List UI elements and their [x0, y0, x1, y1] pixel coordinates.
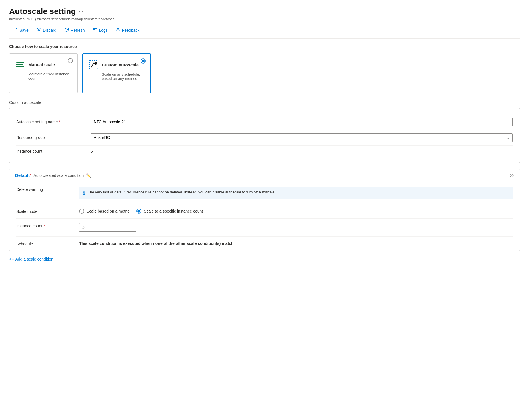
scale-metric-label: Scale based on a metric: [87, 209, 129, 213]
scale-options: Manual scale Maintain a fixed instance c…: [9, 53, 520, 93]
resource-group-label: Resource group: [16, 135, 91, 140]
delete-condition-icon[interactable]: ⊘: [510, 172, 514, 179]
condition-default-tag: Default: [15, 173, 30, 178]
scale-metric-radio[interactable]: [79, 209, 84, 214]
condition-body: Delete warning ℹ The very last or defaul…: [9, 182, 520, 251]
svg-rect-8: [16, 66, 24, 67]
scale-specific-radio[interactable]: [136, 209, 141, 214]
custom-autoscale-title: Custom autoscale: [102, 62, 139, 67]
autoscale-name-input[interactable]: [91, 118, 513, 126]
resource-group-select[interactable]: AnkurRG: [91, 133, 513, 142]
delete-warning-label: Delete warning: [16, 187, 79, 192]
schedule-label: Schedule: [16, 241, 79, 246]
feedback-button[interactable]: Feedback: [112, 26, 143, 35]
add-condition-label: + Add a scale condition: [12, 257, 53, 261]
add-condition-plus-icon: +: [9, 257, 11, 261]
schedule-row: Schedule This scale condition is execute…: [16, 237, 513, 251]
scale-mode-row: Scale mode Scale based on a metric Scale…: [16, 204, 513, 219]
logs-button[interactable]: Logs: [89, 26, 111, 35]
delete-warning-text: The very last or default recurrence rule…: [88, 190, 276, 194]
scale-specific-radio-option[interactable]: Scale to a specific instance count: [136, 209, 203, 214]
custom-autoscale-section-label: Custom autoscale: [9, 100, 520, 105]
choose-scale-label: Choose how to scale your resource: [9, 44, 520, 49]
condition-header: Default * Auto created scale condition ✏…: [9, 169, 520, 182]
feedback-icon: [116, 27, 120, 33]
scale-mode-label: Scale mode: [16, 209, 79, 214]
condition-instance-count-label: Instance count *: [16, 223, 79, 228]
svg-rect-7: [16, 64, 23, 65]
autoscale-name-label: Autoscale setting name *: [16, 120, 91, 124]
manual-scale-radio[interactable]: [68, 58, 73, 63]
svg-rect-3: [93, 29, 95, 30]
delete-warning-row: Delete warning ℹ The very last or defaul…: [16, 182, 513, 204]
manual-scale-icon: [15, 59, 25, 70]
condition-instance-count-row: Instance count *: [16, 219, 513, 237]
scale-specific-label: Scale to a specific instance count: [144, 209, 203, 213]
page-title: Autoscale setting ···: [9, 7, 520, 16]
svg-rect-4: [93, 31, 96, 31]
custom-autoscale-radio[interactable]: [141, 58, 146, 64]
info-icon: ℹ: [83, 190, 85, 196]
save-button[interactable]: Save: [9, 26, 33, 35]
custom-autoscale-card[interactable]: Custom autoscale Scale on any schedule, …: [82, 53, 151, 93]
delete-warning-info-box: ℹ The very last or default recurrence ru…: [79, 187, 513, 199]
condition-instance-count-input[interactable]: [79, 223, 136, 232]
condition-title-text: Auto created scale condition: [33, 173, 84, 178]
edit-icon[interactable]: ✏️: [86, 173, 91, 178]
custom-autoscale-icon: [89, 60, 99, 70]
manual-scale-card[interactable]: Manual scale Maintain a fixed instance c…: [9, 53, 78, 93]
custom-autoscale-desc: Scale on any schedule, based on any metr…: [102, 72, 145, 81]
toolbar: Save Discard Refresh Logs Feedback: [9, 26, 520, 39]
manual-scale-title: Manual scale: [28, 62, 55, 67]
autoscale-name-row: Autoscale setting name *: [16, 114, 513, 130]
manual-scale-desc: Maintain a fixed instance count: [28, 72, 72, 80]
resource-group-row: Resource group AnkurRG ⌄: [16, 130, 513, 146]
refresh-icon: [64, 27, 69, 33]
instance-count-value: 5: [91, 149, 93, 154]
schedule-text: This scale condition is executed when no…: [79, 241, 234, 246]
add-scale-condition-button[interactable]: + + Add a scale condition: [9, 257, 520, 261]
page-subtitle: mycluster-1/NT2 (microsoft.servicefabric…: [9, 17, 520, 21]
svg-rect-2: [93, 28, 97, 29]
svg-rect-6: [16, 62, 24, 63]
svg-point-5: [117, 28, 119, 30]
logs-icon: [93, 27, 97, 33]
instance-count-label: Instance count: [16, 149, 91, 154]
save-icon: [13, 27, 18, 33]
svg-rect-9: [89, 60, 98, 69]
scale-metric-radio-option[interactable]: Scale based on a metric: [79, 209, 129, 214]
discard-icon: [37, 27, 41, 33]
autoscale-form-box: Autoscale setting name * Resource group …: [9, 108, 520, 163]
refresh-button[interactable]: Refresh: [60, 26, 89, 35]
condition-box: Default * Auto created scale condition ✏…: [9, 169, 520, 251]
instance-count-row: Instance count 5: [16, 146, 513, 157]
discard-button[interactable]: Discard: [33, 26, 60, 35]
